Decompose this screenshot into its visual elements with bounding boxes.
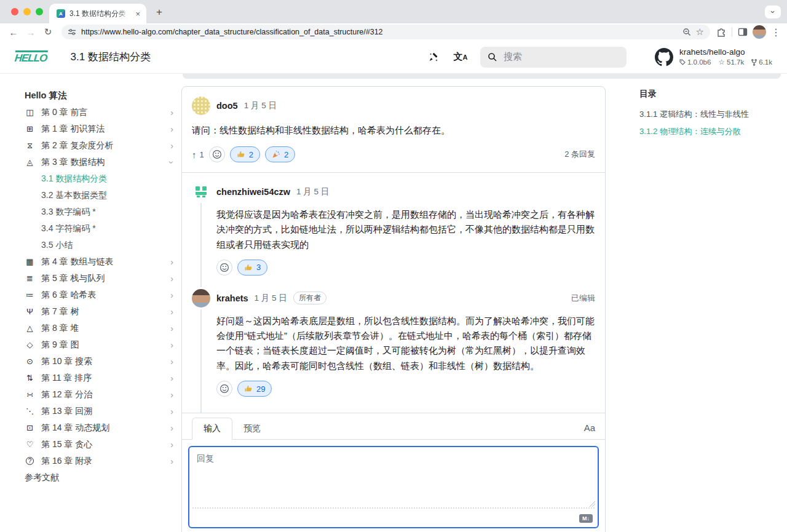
sidebar-item[interactable]: ⊙第 10 章 搜索› — [25, 353, 177, 370]
side-panel-icon[interactable] — [738, 27, 748, 37]
github-repo-link[interactable]: krahets/hello-algo 1.0.0b6 ☆ 51.7k 6.1k — [655, 47, 772, 66]
sidebar-title[interactable]: Hello 算法 — [25, 87, 177, 104]
close-window-button[interactable] — [11, 8, 18, 15]
sidebar-item[interactable]: ⊞第 1 章 初识算法› — [25, 121, 177, 137]
theme-toggle-icon[interactable] — [426, 50, 441, 65]
chevron-right-icon[interactable]: › — [170, 307, 177, 317]
maximize-window-button[interactable] — [36, 8, 43, 15]
bookmark-star-icon[interactable]: ☆ — [696, 26, 704, 38]
search-input[interactable]: 搜索 — [480, 47, 627, 68]
sidebar-nav: Hello 算法 ◫第 0 章 前言›⊞第 1 章 初识算法›⧖第 2 章 复杂… — [25, 87, 177, 486]
extensions-icon[interactable] — [716, 27, 726, 37]
forward-button[interactable]: → — [23, 27, 38, 38]
chevron-right-icon[interactable]: › — [170, 340, 177, 350]
repo-name[interactable]: krahets/hello-algo — [679, 47, 772, 57]
reaction-party[interactable]: 2 — [265, 146, 295, 162]
profile-avatar[interactable] — [753, 25, 766, 39]
chevron-right-icon[interactable]: › — [170, 440, 177, 450]
add-reaction-button[interactable] — [216, 260, 232, 276]
avatar[interactable] — [192, 183, 210, 201]
sidebar-item-label: 第 14 章 动态规划 — [41, 423, 109, 434]
chevron-right-icon[interactable]: › — [170, 407, 177, 416]
toc-item-active[interactable]: 3.1.2 物理结构：连续与分散 — [639, 123, 781, 140]
reaction-thumbs-up[interactable]: 3 — [237, 260, 267, 276]
comment-author[interactable]: doo5 — [216, 101, 238, 111]
sidebar-item[interactable]: ◇第 9 章 图› — [25, 336, 177, 353]
translate-icon[interactable]: 文A — [453, 50, 468, 65]
reaction-thumbs-up[interactable]: 29 — [237, 381, 272, 397]
chevron-right-icon[interactable]: › — [170, 290, 177, 300]
reload-button[interactable]: ↻ — [41, 26, 55, 38]
markdown-icon[interactable]: M↓ — [579, 514, 593, 523]
sidebar-item[interactable]: ∺第 12 章 分治› — [25, 386, 177, 403]
sidebar-item[interactable]: Ψ第 7 章 树› — [25, 303, 177, 320]
zoom-icon[interactable] — [682, 28, 691, 36]
avatar[interactable] — [192, 289, 210, 308]
traffic-lights[interactable] — [11, 8, 43, 15]
sidebar-item[interactable]: ♡第 15 章 贪心› — [25, 436, 177, 453]
sidebar-item[interactable]: ◬第 3 章 数据结构› — [25, 154, 177, 170]
browser-tab[interactable]: A 3.1 数据结构分类 - Hello 算法 × — [49, 4, 146, 23]
chevron-expanded-icon[interactable]: › — [167, 161, 177, 164]
comment-author[interactable]: chenzhiwei54czw — [216, 187, 290, 197]
sidebar-subitem[interactable]: 3.2 基本数据类型 — [25, 187, 177, 204]
add-reaction-button[interactable] — [209, 146, 225, 162]
sidebar-item[interactable]: ?第 16 章 附录› — [25, 453, 177, 469]
tab-write[interactable]: 输入 — [192, 418, 232, 440]
sidebar-item[interactable]: ▦第 4 章 数组与链表› — [25, 253, 177, 270]
searching-icon: ⊙ — [25, 357, 35, 366]
reaction-thumbs-up[interactable]: 2 — [230, 146, 260, 162]
upvote-button[interactable]: ↑ 1 — [192, 149, 204, 160]
chevron-right-icon[interactable]: › — [170, 124, 177, 134]
comment-author[interactable]: krahets — [216, 293, 248, 303]
sidebar-subitem[interactable]: 3.5 小结 — [25, 237, 177, 253]
sidebar-subitem-active[interactable]: 3.1 数据结构分类 — [25, 170, 177, 187]
sidebar-item[interactable]: ⋱第 13 章 回溯› — [25, 403, 177, 419]
toc-item[interactable]: 3.1.1 逻辑结构：线性与非线性 — [639, 106, 781, 123]
sidebar-subitem[interactable]: 3.3 数字编码 * — [25, 204, 177, 220]
page-title: 3.1 数据结构分类 — [71, 50, 151, 64]
back-button[interactable]: ← — [6, 27, 21, 38]
chevron-down-icon: › — [769, 10, 778, 13]
comment-date[interactable]: 1 月 5 日 — [255, 293, 287, 304]
resize-grip[interactable] — [589, 501, 595, 507]
chevron-right-icon[interactable]: › — [170, 141, 177, 151]
tab-preview[interactable]: 预览 — [232, 418, 272, 439]
url-text[interactable]: https://www.hello-algo.com/chapter_data_… — [81, 28, 678, 36]
sidebar-item-label: 第 9 章 图 — [41, 339, 79, 351]
tab-search-button[interactable]: › — [765, 6, 781, 18]
chevron-right-icon[interactable]: › — [170, 423, 177, 433]
add-reaction-button[interactable] — [216, 381, 232, 397]
more-menu-icon[interactable]: ⋮ — [771, 26, 781, 38]
chevron-right-icon[interactable]: › — [170, 324, 177, 333]
search-placeholder: 搜索 — [504, 51, 522, 63]
chevron-right-icon[interactable]: › — [170, 373, 177, 383]
chevron-right-icon[interactable]: › — [170, 274, 177, 284]
text-format-icon[interactable]: Aa — [584, 423, 595, 433]
sidebar-item[interactable]: △第 8 章 堆› — [25, 320, 177, 336]
site-settings-icon[interactable] — [68, 28, 76, 36]
address-bar[interactable]: https://www.hello-algo.com/chapter_data_… — [61, 25, 710, 39]
minimize-window-button[interactable] — [23, 8, 31, 15]
avatar[interactable] — [192, 97, 210, 115]
chevron-right-icon[interactable]: › — [170, 108, 177, 117]
sidebar-subitem[interactable]: 3.4 字符编码 * — [25, 220, 177, 237]
sidebar-item-references[interactable]: 参考文献 — [25, 469, 177, 486]
sidebar-item[interactable]: ⇅第 11 章 排序› — [25, 370, 177, 386]
chevron-right-icon[interactable]: › — [170, 456, 177, 466]
chevron-right-icon[interactable]: › — [170, 357, 177, 367]
reply-textarea[interactable]: 回复 M↓ — [188, 446, 599, 528]
tab-close-icon[interactable]: × — [134, 9, 141, 18]
sidebar-item[interactable]: ◫第 0 章 前言› — [25, 104, 177, 121]
chevron-right-icon[interactable]: › — [170, 257, 177, 267]
sidebar-item[interactable]: ≔第 6 章 哈希表› — [25, 287, 177, 303]
site-logo[interactable]: HELLO — [14, 50, 48, 63]
book-icon: ◫ — [25, 108, 35, 117]
sidebar-item[interactable]: ≣第 5 章 栈与队列› — [25, 270, 177, 287]
sidebar-item[interactable]: ⊡第 14 章 动态规划› — [25, 419, 177, 436]
sidebar-item[interactable]: ⧖第 2 章 复杂度分析› — [25, 137, 177, 154]
new-tab-button[interactable]: + — [156, 6, 162, 18]
comment-date[interactable]: 1 月 5 日 — [296, 186, 329, 197]
chevron-right-icon[interactable]: › — [170, 390, 177, 400]
comment-date[interactable]: 1 月 5 日 — [244, 100, 277, 111]
